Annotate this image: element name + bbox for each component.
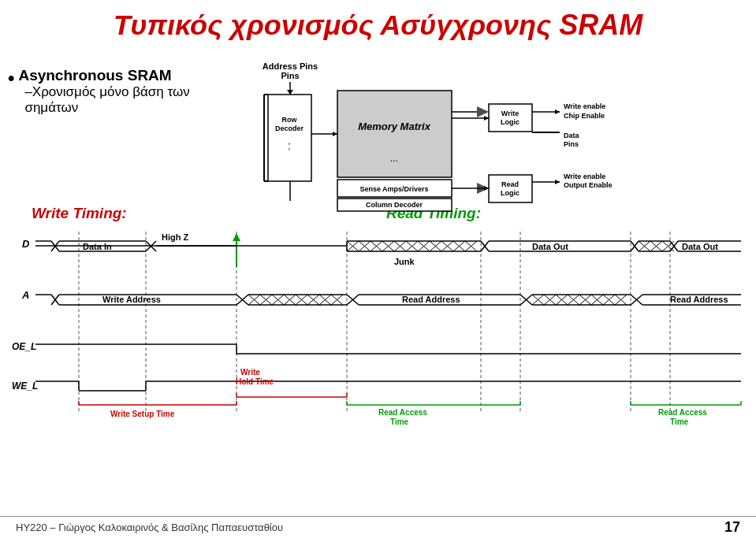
svg-text:Hold Time: Hold Time — [236, 377, 274, 386]
svg-marker-3 — [287, 90, 293, 95]
page-number: 17 — [724, 519, 740, 536]
main-item-label: Asynchronous SRAM — [18, 67, 189, 84]
svg-text:Output Enable: Output Enable — [564, 181, 613, 189]
svg-text:Read Access: Read Access — [378, 408, 427, 417]
svg-text:Read Address: Read Address — [670, 295, 728, 304]
footer-text: ΗΥ220 – Γιώργος Καλοκαιρινός & Βασίλης Π… — [16, 522, 283, 533]
svg-text:Read Access: Read Access — [658, 408, 707, 417]
svg-text:Logic: Logic — [501, 189, 520, 197]
timing-diagram-svg: D A OE_L WE_L Data In High Z — [8, 224, 745, 432]
svg-text:Data Out: Data Out — [682, 242, 718, 251]
svg-text:Address
Pins: Address Pins — [263, 61, 318, 71]
svg-text::: : — [288, 139, 291, 152]
svg-text:Junk: Junk — [394, 257, 415, 266]
left-text-section: • Asynchronous SRAM –Χρονισμός μόνο βάση… — [8, 47, 213, 213]
svg-text:Column Decoder: Column Decoder — [366, 201, 423, 209]
sub-item1-label: –Χρονισμός μόνο βάση των — [24, 84, 189, 100]
svg-text:Time: Time — [390, 418, 409, 426]
svg-marker-23 — [555, 110, 560, 114]
timing-section: Write Timing: Read Timing: D A OE_L WE_L… — [0, 205, 756, 436]
svg-text:Decoder: Decoder — [275, 124, 304, 132]
svg-text:Write enable: Write enable — [564, 102, 605, 110]
svg-text:Chip Enable: Chip Enable — [564, 112, 605, 120]
svg-text:Read Address: Read Address — [402, 295, 460, 304]
svg-text:WE_L: WE_L — [12, 381, 38, 392]
svg-text:Write: Write — [501, 110, 519, 117]
svg-text:Data: Data — [564, 132, 580, 139]
svg-text:Pins: Pins — [564, 140, 579, 148]
svg-marker-32 — [477, 183, 489, 194]
svg-text:Memory Matrix: Memory Matrix — [358, 121, 431, 132]
diagram-svg: Address Pins Pins Row Decoder : Memory M… — [221, 47, 709, 213]
svg-rect-10 — [337, 91, 452, 177]
svg-text:A: A — [21, 289, 29, 301]
svg-text:Data In: Data In — [83, 242, 112, 251]
page-title: Τυπικός χρονισμός Ασύγχρονης SRAM — [0, 0, 756, 46]
svg-text:Write enable: Write enable — [564, 173, 605, 180]
svg-text:OE_L: OE_L — [12, 341, 36, 352]
svg-marker-18 — [484, 116, 489, 121]
bullet-point: • — [8, 67, 14, 89]
svg-text:High Z: High Z — [162, 232, 188, 242]
svg-text:Time: Time — [670, 418, 689, 426]
svg-marker-9 — [333, 132, 337, 136]
footer: ΗΥ220 – Γιώργος Καλοκαιρινός & Βασίλης Π… — [0, 516, 756, 536]
sub-item2-label: σημάτων — [24, 100, 189, 116]
svg-text:Data Out: Data Out — [532, 242, 568, 251]
svg-text:...: ... — [390, 153, 398, 164]
svg-text:D: D — [22, 238, 30, 250]
block-diagram: Address Pins Pins Row Decoder : Memory M… — [221, 47, 748, 213]
svg-text:Row: Row — [282, 116, 298, 124]
svg-text:Write Address: Write Address — [102, 295, 161, 304]
svg-text:Read: Read — [501, 180, 519, 188]
svg-text:Pins: Pins — [281, 71, 299, 80]
svg-marker-37 — [555, 180, 560, 184]
svg-rect-4 — [268, 95, 311, 181]
svg-text:Write: Write — [240, 368, 260, 377]
svg-text:Write Setup Time: Write Setup Time — [110, 410, 175, 418]
svg-marker-68 — [233, 233, 240, 241]
svg-text:Sense Amps/Drivers: Sense Amps/Drivers — [359, 185, 428, 193]
svg-marker-26 — [477, 106, 489, 117]
svg-text:Logic: Logic — [501, 118, 520, 126]
